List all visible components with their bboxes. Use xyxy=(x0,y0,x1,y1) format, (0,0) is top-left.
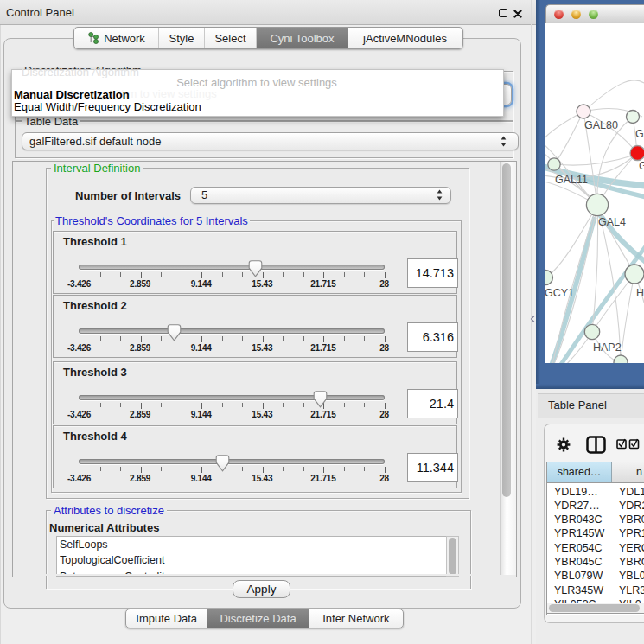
svg-text:GAL4: GAL4 xyxy=(598,216,626,228)
svg-text:G: G xyxy=(639,160,644,172)
svg-text:GCY1: GCY1 xyxy=(545,287,574,299)
svg-text:GAL80: GAL80 xyxy=(584,119,618,131)
svg-text:GA: GA xyxy=(635,128,644,140)
svg-text:GAL11: GAL11 xyxy=(555,174,588,186)
svg-text:HAP2: HAP2 xyxy=(593,341,622,354)
svg-text:H: H xyxy=(636,287,644,299)
